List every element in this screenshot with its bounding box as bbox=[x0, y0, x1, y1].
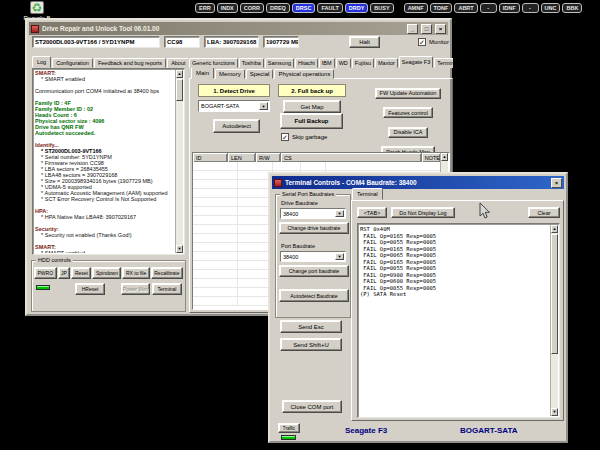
vendor-tab[interactable]: Terminal Tools bbox=[434, 58, 453, 68]
tab-key-button[interactable]: <TAB> bbox=[357, 207, 387, 218]
log-display-toggle-button[interactable]: Do Not Display Log bbox=[391, 207, 455, 218]
chevron-down-icon[interactable]: ▼ bbox=[335, 253, 344, 260]
table-column-header[interactable]: NOTE bbox=[422, 153, 441, 162]
drive-family-label: Seagate F3 bbox=[345, 426, 387, 435]
tool-button[interactable]: Disable ICA bbox=[388, 127, 427, 138]
halt-button[interactable]: Halt bbox=[349, 36, 380, 48]
chevron-down-icon[interactable]: ▼ bbox=[335, 210, 344, 217]
firmware-field[interactable]: CC98 bbox=[164, 36, 200, 48]
log-scrollbar[interactable]: ▲ ▼ bbox=[175, 70, 183, 253]
terminal-output[interactable]: RST 0x40M FAIL Op=0165 Resp=0005 FAIL Op… bbox=[357, 223, 560, 418]
port-baudrate-select[interactable]: 38400 ▼ bbox=[280, 251, 346, 262]
left-tab[interactable]: Configuration bbox=[52, 58, 93, 68]
get-map-button[interactable]: Get Map bbox=[283, 100, 341, 113]
sub-tab[interactable]: Physical operations bbox=[274, 69, 334, 79]
hdd-control-button[interactable]: RX to file bbox=[122, 267, 149, 279]
main-titlebar[interactable]: Drive Repair and Unlock Tool 06.01.00 _ … bbox=[29, 22, 448, 35]
status-register-bar: ERRINDXCORRDREQDRSCFAULTDRDYBUSY AMNFTON… bbox=[195, 3, 582, 13]
close-button[interactable]: × bbox=[435, 24, 446, 34]
terminal-tab[interactable]: Terminal bbox=[352, 188, 383, 200]
drive-profile-value: BOGART-SATA bbox=[201, 103, 239, 109]
vendor-tab-bar: Generic functionsToshibaSamsungHitachiIB… bbox=[189, 56, 453, 68]
sub-tab[interactable]: Memory bbox=[215, 69, 245, 79]
autodetect-button[interactable]: Autodetect bbox=[213, 119, 260, 133]
left-tab[interactable]: Feedback and bug reports bbox=[94, 58, 166, 68]
left-tab[interactable]: Log bbox=[32, 56, 51, 68]
table-column-header[interactable]: CS bbox=[281, 153, 422, 162]
hdd-control-button[interactable]: PWRO bbox=[34, 267, 57, 279]
vendor-tab[interactable]: Generic functions bbox=[189, 58, 238, 68]
terminal-controls-window: Terminal Controls - COM4 Baudrate: 38400… bbox=[268, 172, 568, 443]
close-com-port-button[interactable]: Close COM port bbox=[282, 400, 342, 413]
scroll-up-icon[interactable]: ▲ bbox=[441, 153, 448, 161]
drive-baudrate-label: Drive Baudrate bbox=[281, 200, 318, 206]
hreset-button[interactable]: HReset bbox=[75, 283, 105, 295]
port-baudrate-label: Port Baudrate bbox=[281, 243, 315, 249]
hdd-control-button[interactable]: JP bbox=[58, 267, 71, 279]
drive-profile-select[interactable]: BOGART-SATA ▼ bbox=[198, 100, 270, 112]
sub-tab[interactable]: Main bbox=[191, 68, 214, 79]
sub-tab[interactable]: Special bbox=[246, 69, 274, 79]
drive-baudrate-value: 38400 bbox=[283, 211, 298, 217]
autodetect-baudrate-button[interactable]: Autodetect Baudrate bbox=[279, 289, 349, 302]
full-backup-step[interactable]: 2. Full back up bbox=[278, 84, 346, 97]
drive-model-field[interactable]: ST2000DL003-9VT166 / 5YD1YNPM bbox=[32, 36, 160, 48]
vendor-tab[interactable]: IBM bbox=[319, 58, 335, 68]
monitor-checkbox[interactable]: ✓ Monitor bbox=[418, 38, 449, 46]
terminal-scrollbar[interactable]: ▲ ▼ bbox=[550, 225, 558, 416]
error-register-led: IDNF bbox=[499, 3, 520, 13]
drive-baudrate-select[interactable]: 38400 ▼ bbox=[280, 208, 346, 219]
send-esc-button[interactable]: Send Esc bbox=[280, 320, 342, 333]
terminal-button[interactable]: Terminal bbox=[152, 283, 182, 295]
terminal-close-button[interactable]: × bbox=[551, 178, 562, 188]
status-register-led: DRDY bbox=[345, 3, 369, 13]
skip-garbage-checkbox-box[interactable]: ✓ bbox=[281, 133, 289, 141]
maximize-button[interactable]: □ bbox=[421, 24, 432, 34]
vendor-tab[interactable]: Toshiba bbox=[239, 58, 264, 68]
left-tab[interactable]: About bbox=[167, 58, 188, 68]
sub-tab-bar: MainMemorySpecialPhysical operations bbox=[191, 68, 451, 79]
scroll-up-icon[interactable]: ▲ bbox=[176, 70, 183, 78]
vendor-tab[interactable]: Hitachi bbox=[295, 58, 318, 68]
log-line: * SMART enabled bbox=[35, 250, 174, 253]
vendor-tab[interactable]: Seagate F3 bbox=[399, 56, 433, 68]
vendor-tab[interactable]: Maxtor bbox=[375, 58, 398, 68]
error-register-led: - bbox=[522, 3, 539, 13]
tool-button[interactable]: Features control bbox=[383, 107, 433, 118]
hdd-control-button[interactable]: Reset bbox=[71, 267, 91, 279]
vendor-tab[interactable]: Samsung bbox=[265, 58, 294, 68]
log-output[interactable]: SMART: * SMART enabledCommunication port… bbox=[32, 68, 185, 255]
monitor-checkbox-box[interactable]: ✓ bbox=[418, 38, 426, 46]
scroll-down-icon[interactable]: ▼ bbox=[176, 245, 183, 253]
hdd-control-button[interactable]: Recalibrate bbox=[151, 267, 183, 279]
scroll-up-icon[interactable]: ▲ bbox=[551, 225, 558, 233]
lba-field[interactable]: LBA: 3907029168 bbox=[204, 36, 259, 48]
change-port-baudrate-button[interactable]: Change port baudrate bbox=[279, 265, 349, 277]
detect-drive-step[interactable]: 1. Detect Drive bbox=[198, 84, 270, 97]
status-register-led: ERR bbox=[195, 3, 215, 13]
log-scroll-thumb[interactable] bbox=[176, 79, 183, 101]
terminal-titlebar[interactable]: Terminal Controls - COM4 Baudrate: 38400… bbox=[272, 176, 564, 189]
vendor-tab[interactable]: WD bbox=[336, 58, 351, 68]
chevron-down-icon[interactable]: ▼ bbox=[259, 102, 268, 110]
send-shift-u-button[interactable]: Send Shift+U bbox=[280, 338, 342, 351]
scroll-down-icon[interactable]: ▼ bbox=[551, 408, 558, 416]
terminal-scroll-thumb[interactable] bbox=[551, 234, 558, 354]
full-backup-button[interactable]: Full Backup bbox=[280, 113, 343, 129]
table-column-header[interactable]: LEN bbox=[228, 153, 256, 162]
terminal-output-lines: RST 0x40M FAIL Op=0165 Resp=0005 FAIL Op… bbox=[360, 226, 549, 415]
capacity-field[interactable]: 1907729 MB bbox=[263, 36, 299, 48]
status-register-led: DRSC bbox=[292, 3, 316, 13]
tool-button[interactable]: FW Update Automation bbox=[375, 88, 442, 99]
minimize-button[interactable]: _ bbox=[407, 24, 418, 34]
hdd-control-button[interactable]: Spindown bbox=[92, 267, 121, 279]
table-column-header[interactable]: ID bbox=[193, 153, 228, 162]
vendor-tab[interactable]: Fujitsu bbox=[352, 58, 374, 68]
map-table-header: IDLENR/WCSNOTE bbox=[193, 153, 441, 162]
app-icon bbox=[31, 25, 39, 33]
clear-button[interactable]: Clear bbox=[528, 207, 560, 218]
skip-garbage-checkbox[interactable]: ✓ Skip garbage bbox=[281, 133, 327, 141]
table-column-header[interactable]: R/W bbox=[256, 153, 281, 162]
table-row[interactable] bbox=[193, 162, 441, 171]
change-drive-baudrate-button[interactable]: Change drive baudrate bbox=[279, 222, 349, 234]
